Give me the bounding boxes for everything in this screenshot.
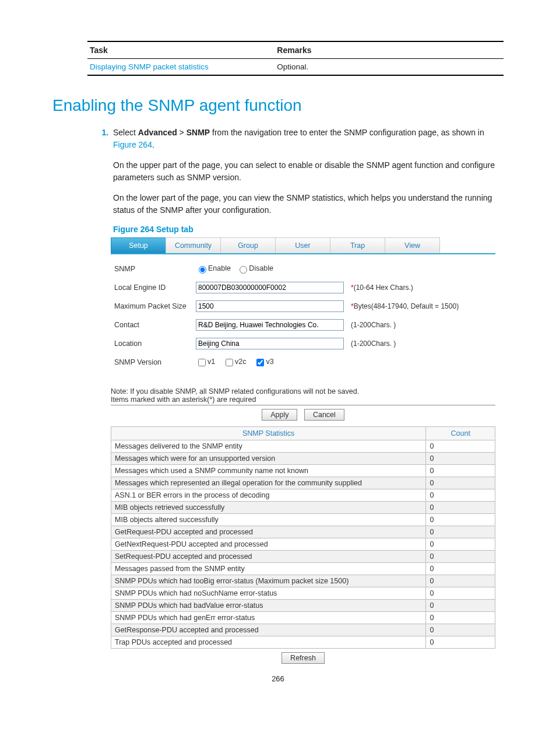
stats-count: 0 (426, 575, 495, 587)
note-asterisk: Items marked with an asterisk(*) are req… (111, 396, 495, 405)
checkbox-v3[interactable] (256, 359, 264, 366)
checkbox-v1[interactable] (198, 359, 206, 366)
stats-row: Messages which were for an unsupported v… (111, 453, 495, 465)
stats-col-count: Count (426, 427, 495, 440)
stats-label: SetRequest-PDU accepted and processed (111, 551, 426, 563)
tab-trap[interactable]: Trap (330, 237, 385, 253)
v2c-option[interactable]: v2c (223, 358, 246, 366)
stats-row: ASN.1 or BER errors in the process of de… (111, 489, 495, 502)
location-hint: (1-200Chars. ) (347, 340, 396, 348)
refresh-button[interactable]: Refresh (281, 652, 325, 664)
apply-button[interactable]: Apply (262, 409, 297, 421)
snmp-disable-option[interactable]: Disable (237, 264, 273, 272)
stats-row: SNMP PDUs which had genErr error-status0 (111, 612, 495, 624)
contact-hint: (1-200Chars. ) (347, 321, 396, 329)
stats-label: GetNextRequest-PDU accepted and processe… (111, 538, 426, 551)
col-remarks: Remarks (275, 41, 504, 59)
stats-label: MIB objects retrieved successfully (111, 502, 426, 514)
stats-col-name: SNMP Statistics (111, 427, 426, 440)
tab-user[interactable]: User (275, 237, 330, 253)
snmp-label: SNMP (114, 265, 196, 273)
stats-row: GetNextRequest-PDU accepted and processe… (111, 538, 495, 551)
step-1: Select Advanced > SNMP from the navigati… (111, 127, 504, 234)
location-input[interactable] (196, 338, 344, 349)
stats-count: 0 (426, 465, 495, 477)
v3-option[interactable]: v3 (254, 358, 273, 366)
page-number: 266 (52, 674, 504, 683)
stats-label: Trap PDUs accepted and processed (111, 636, 426, 649)
tab-bar: Setup Community Group User Trap View (111, 237, 495, 254)
contact-label: Contact (114, 321, 196, 329)
stats-label: SNMP PDUs which had tooBig error-status … (111, 575, 426, 587)
stats-count: 0 (426, 477, 495, 489)
stats-label: SNMP PDUs which had noSuchName error-sta… (111, 587, 426, 600)
task-link[interactable]: Displaying SNMP packet statistics (90, 62, 209, 71)
stats-count: 0 (426, 502, 495, 514)
engine-id-input[interactable] (196, 282, 344, 293)
stats-count: 0 (426, 600, 495, 612)
stats-count: 0 (426, 612, 495, 624)
stats-label: MIB objects altered successfully (111, 514, 426, 526)
stats-row: Messages which represented an illegal op… (111, 477, 495, 489)
stats-count: 0 (426, 624, 495, 636)
stats-row: SNMP PDUs which had tooBig error-status … (111, 575, 495, 587)
stats-label: Messages delivered to the SNMP entity (111, 440, 426, 453)
step-1-para-2: On the upper part of the page, you can s… (113, 159, 504, 184)
tab-setup[interactable]: Setup (111, 237, 166, 253)
stats-row: MIB objects altered successfully0 (111, 514, 495, 526)
col-task: Task (87, 41, 275, 59)
snmp-statistics-table: SNMP Statistics Count Messages delivered… (111, 426, 495, 649)
stats-label: ASN.1 or BER errors in the process of de… (111, 489, 426, 502)
stats-label: Messages which used a SNMP community nam… (111, 465, 426, 477)
stats-count: 0 (426, 563, 495, 575)
max-packet-label: Maximum Packet Size (114, 302, 196, 310)
stats-label: GetResponse-PDU accepted and processed (111, 624, 426, 636)
screenshot-setup-tab: Setup Community Group User Trap View SNM… (111, 237, 495, 664)
stats-row: MIB objects retrieved successfully0 (111, 502, 495, 514)
stats-count: 0 (426, 587, 495, 600)
engine-id-label: Local Engine ID (114, 284, 196, 292)
cancel-button[interactable]: Cancel (304, 409, 344, 421)
v1-option[interactable]: v1 (196, 358, 215, 366)
section-heading: Enabling the SNMP agent function (52, 96, 504, 115)
contact-input[interactable] (196, 319, 344, 331)
tab-view[interactable]: View (385, 237, 440, 253)
stats-row: SNMP PDUs which had badValue error-statu… (111, 600, 495, 612)
stats-label: SNMP PDUs which had badValue error-statu… (111, 600, 426, 612)
tab-community[interactable]: Community (166, 237, 221, 253)
stats-label: SNMP PDUs which had genErr error-status (111, 612, 426, 624)
stats-label: Messages which were for an unsupported v… (111, 453, 426, 465)
stats-row: SNMP PDUs which had noSuchName error-sta… (111, 587, 495, 600)
stats-count: 0 (426, 489, 495, 502)
stats-row: Messages delivered to the SNMP entity0 (111, 440, 495, 453)
tab-group[interactable]: Group (220, 237, 276, 253)
stats-row: Messages which used a SNMP community nam… (111, 465, 495, 477)
task-remarks-table: Task Remarks Displaying SNMP packet stat… (87, 41, 504, 76)
snmp-enable-option[interactable]: Enable (196, 264, 231, 272)
max-packet-input[interactable] (196, 300, 344, 312)
stats-row: Messages passed from the SNMP entity0 (111, 563, 495, 575)
stats-count: 0 (426, 526, 495, 538)
step-1-para-1: Select Advanced > SNMP from the navigati… (113, 127, 504, 151)
stats-count: 0 (426, 514, 495, 526)
stats-count: 0 (426, 453, 495, 465)
radio-disable[interactable] (240, 266, 247, 274)
stats-label: Messages which represented an illegal op… (111, 477, 426, 489)
engine-id-hint: *(10-64 Hex Chars.) (347, 284, 413, 292)
stats-row: GetRequest-PDU accepted and processed0 (111, 526, 495, 538)
max-packet-hint: *Bytes(484-17940, Default = 1500) (347, 302, 459, 310)
stats-count: 0 (426, 538, 495, 551)
figure-link[interactable]: Figure 264 (113, 140, 152, 149)
stats-label: Messages passed from the SNMP entity (111, 563, 426, 575)
stats-row: SetRequest-PDU accepted and processed0 (111, 551, 495, 563)
radio-enable[interactable] (199, 266, 206, 274)
stats-label: GetRequest-PDU accepted and processed (111, 526, 426, 538)
task-remark: Optional. (275, 59, 504, 76)
version-label: SNMP Version (114, 358, 196, 366)
stats-row: GetResponse-PDU accepted and processed0 (111, 624, 495, 636)
checkbox-v2c[interactable] (226, 359, 233, 366)
figure-caption: Figure 264 Setup tab (113, 225, 504, 234)
stats-count: 0 (426, 636, 495, 649)
stats-count: 0 (426, 551, 495, 563)
stats-row: Trap PDUs accepted and processed0 (111, 636, 495, 649)
